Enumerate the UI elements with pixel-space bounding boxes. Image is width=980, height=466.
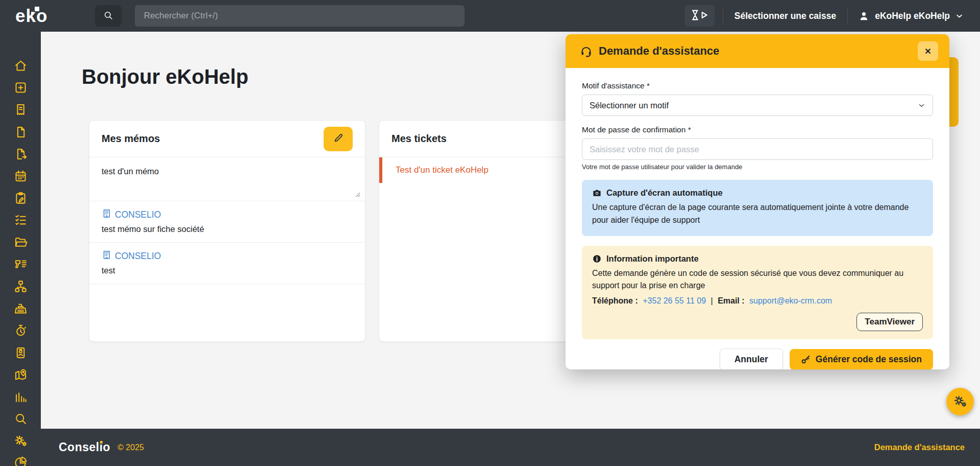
id-badge-icon — [14, 346, 28, 360]
generate-session-button[interactable]: Générer code de session — [790, 349, 933, 369]
memos-card-title: Mes mémos — [102, 133, 160, 145]
resize-grip-icon[interactable] — [354, 191, 361, 198]
user-menu[interactable]: eKoHelp eKoHelp — [856, 6, 966, 26]
info-box-header: Information importante — [592, 254, 923, 264]
file-export-icon — [14, 147, 28, 161]
sidebar-item-stats[interactable] — [0, 386, 41, 408]
key-icon — [801, 355, 811, 364]
headset-icon — [580, 45, 593, 58]
sidebar-item-home[interactable] — [0, 55, 41, 77]
app-root: eko Sélectionner une caisse eKoHelp eKoH… — [0, 0, 980, 466]
memo-text: test mémo sur fiche société — [102, 224, 353, 234]
sidebar-item-calendar[interactable] — [0, 165, 41, 187]
chart-bars-icon — [14, 390, 28, 404]
memo-draft-textarea[interactable]: test d'un mémo — [89, 157, 365, 201]
footer-assistance-link[interactable]: Demande d'assistance — [874, 442, 965, 452]
password-help-text: Votre mot de passe utilisateur pour vali… — [582, 163, 933, 171]
scanner-icon — [14, 258, 28, 271]
memo-list-item: CONSELIO test — [89, 243, 365, 284]
topbar: eko Sélectionner une caisse eKoHelp eKoH… — [0, 0, 980, 32]
capture-box-text: Une capture d'écran de la page courante … — [592, 201, 923, 227]
sidebar-item-hierarchy[interactable] — [0, 275, 41, 297]
sidebar-item-search[interactable] — [0, 408, 41, 430]
map-pin-icon — [14, 368, 28, 382]
contact-line: Téléphone : +352 26 55 11 09 | Email : s… — [592, 296, 923, 306]
sidebar-item-export[interactable] — [0, 143, 41, 165]
phone-link[interactable]: +352 26 55 11 09 — [643, 296, 706, 305]
password-field[interactable] — [582, 138, 933, 160]
sidebar-item-settings[interactable] — [0, 430, 41, 452]
memo-text: test — [102, 266, 353, 275]
footer: Conselio © 2025 Demande d'assistance — [0, 429, 980, 466]
close-button[interactable]: ✕ — [918, 41, 938, 61]
eko-logo[interactable]: eko — [0, 6, 77, 26]
sidebar-item-add[interactable] — [0, 77, 41, 99]
brand-accent-dot — [100, 441, 103, 444]
edit-memo-button[interactable] — [324, 127, 353, 151]
sidebar-item-receipts[interactable] — [0, 99, 41, 121]
important-info-box: Information importante Cette demande gén… — [582, 246, 933, 340]
email-link[interactable]: support@eko-crm.com — [749, 296, 832, 305]
sidebar-item-documents[interactable] — [0, 121, 41, 143]
search-icon — [14, 412, 28, 426]
teamviewer-button[interactable]: TeamViewer — [856, 313, 923, 331]
chevron-down-icon — [955, 12, 964, 20]
generate-session-label: Générer code de session — [816, 354, 922, 365]
modal-title: Demande d'assistance — [599, 44, 719, 58]
select-caisse-button[interactable]: Sélectionner une caisse — [731, 7, 839, 26]
file-icon — [14, 125, 28, 139]
logo-pixel-large — [35, 7, 39, 11]
teamviewer-row: TeamViewer — [592, 313, 923, 331]
modal-body: Motif d'assistance * Sélectionner un mot… — [566, 68, 949, 369]
memo-company-link[interactable]: CONSELIO — [102, 208, 161, 221]
pencil-icon — [333, 132, 344, 145]
chevron-down-icon — [918, 102, 925, 109]
topbar-divider — [723, 8, 723, 24]
sidebar-item-cash-register[interactable] — [0, 297, 41, 319]
session-timer-button[interactable] — [685, 5, 715, 27]
receipt-icon — [14, 103, 28, 116]
settings-fab[interactable] — [946, 388, 974, 415]
capture-info-box: Capture d'écran automatique Une capture … — [582, 180, 933, 236]
info-box-text: Cette demande génère un code de session … — [592, 267, 923, 293]
sidebar — [0, 32, 41, 466]
sidebar-nav — [0, 32, 41, 466]
info-icon — [592, 254, 602, 264]
page-title: Bonjour eKoHelp — [82, 65, 249, 88]
sidebar-item-folders[interactable] — [0, 231, 41, 253]
motif-select[interactable]: Sélectionner un motif — [582, 95, 933, 116]
gears-icon — [14, 434, 28, 448]
folder-open-icon — [14, 236, 28, 249]
sidebar-item-map[interactable] — [0, 364, 41, 386]
memo-company-name: CONSELIO — [115, 209, 161, 220]
topbar-right: Sélectionner une caisse eKoHelp eKoHelp — [685, 0, 966, 32]
hourglass-play-icon — [690, 9, 710, 23]
sidebar-item-scan[interactable] — [0, 253, 41, 275]
sidebar-item-reports[interactable] — [0, 452, 41, 466]
search-input[interactable] — [135, 5, 464, 27]
home-icon — [14, 59, 28, 73]
sidebar-item-notes[interactable] — [0, 187, 41, 209]
clipboard-pen-icon — [14, 191, 28, 205]
assistance-modal: Demande d'assistance ✕ Motif d'assistanc… — [566, 34, 949, 369]
capture-box-header: Capture d'écran automatique — [592, 188, 923, 198]
camera-icon — [592, 188, 602, 198]
sidebar-item-tasks[interactable] — [0, 209, 41, 231]
memos-card-header: Mes mémos — [89, 121, 365, 157]
building-icon — [102, 208, 112, 221]
logo-text: eko — [15, 6, 47, 26]
cancel-button[interactable]: Annuler — [720, 348, 783, 369]
memo-company-link[interactable]: CONSELIO — [102, 250, 161, 263]
tickets-card-title: Mes tickets — [391, 133, 447, 145]
search-button[interactable] — [95, 5, 121, 27]
sidebar-item-contacts[interactable] — [0, 341, 41, 363]
footer-brand: Conselio — [59, 440, 110, 454]
contact-separator: | — [711, 296, 713, 305]
topbar-divider — [847, 8, 848, 24]
gears-icon — [953, 394, 967, 410]
sitemap-icon — [14, 279, 28, 293]
square-plus-icon — [14, 81, 28, 95]
sidebar-item-time[interactable] — [0, 319, 41, 341]
modal-header: Demande d'assistance ✕ — [566, 34, 949, 68]
user-name: eKoHelp eKoHelp — [875, 11, 950, 21]
